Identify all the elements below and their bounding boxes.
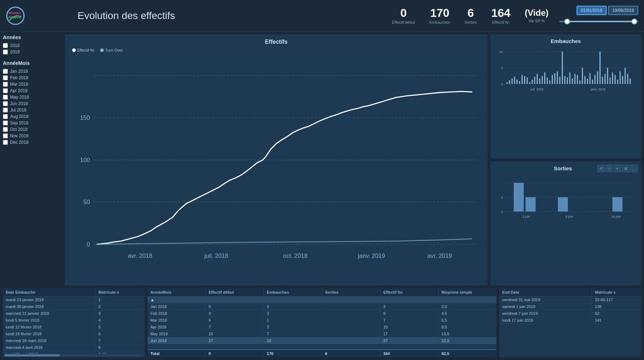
year-2018-checkbox[interactable] [3,43,8,48]
month-oct2018-cb[interactable] [3,127,8,132]
embauches-chart-area: 0 5 10 juil. 2018 janv. 2019 [494,46,638,100]
year-2018-label: 2018 [10,43,20,48]
embauche-table-body[interactable]: mardi 23 janvier 20181 mardi 30 janvier … [3,297,145,354]
date-buttons: 01/01/2018 19/06/2019 [577,6,638,15]
td-emb-0: 3 [264,303,322,310]
svg-rect-35 [532,80,533,84]
month-feb2018[interactable]: Feb 2018 [3,75,62,80]
month-apr2018[interactable]: Apr 2018 [3,88,62,93]
month-jun2018-label: Jun 2018 [10,101,28,106]
table-row: Feb 20183364,5 [148,310,496,317]
tool-list[interactable]: ≡ [614,165,621,172]
stats-area: 0 Effectif début 170 Embauches 6 Sorties… [392,7,549,24]
year-2019-checkbox[interactable] [3,49,8,55]
sorties-chart: Sorties ↺ □ ≡ ⊞ … 0 2 [490,161,641,285]
legend-label-turn-over: Turn Over [105,48,123,52]
month-may2018-cb[interactable] [3,95,8,100]
table-row: lundi 17 juin 2019141 [499,317,641,324]
year-2019-item[interactable]: 2019 [3,49,62,55]
tf-total-moy: 82,5 [439,350,496,357]
svg-rect-43 [552,75,553,84]
months-scrollable[interactable]: Jan 2018 Feb 2018 Mar 2018 Apr 2018 May … [3,69,62,146]
month-jan2018[interactable]: Jan 2018 [3,69,62,74]
sortie-table-body[interactable]: vendredi 31 mai 201932-60-117 samedi 1 j… [499,297,641,357]
month-aug2018[interactable]: Aug 2018 [3,114,62,119]
svg-rect-72 [625,68,626,84]
month-mar2018[interactable]: Mar 2018 [3,82,62,87]
tool-more[interactable]: … [630,165,638,172]
tool-expand[interactable]: □ [606,165,613,172]
month-jul2018[interactable]: Jul 2018 [3,108,62,113]
month-apr2018-cb[interactable] [3,88,8,93]
month-dec2018[interactable]: Dec 2018 [3,140,62,145]
month-oct2018[interactable]: Oct 2018 [3,127,62,132]
table-row: mercredi 4 avril 20188 [3,344,145,351]
td-date-5: lundi 19 février 2018 [3,331,95,337]
svg-text:Mission: Mission [9,11,21,15]
month-jun2018[interactable]: Jun 2018 [3,101,62,106]
month-mar2018-cb[interactable] [3,82,8,87]
chart-legend: Effectif fin Turn Over [69,48,483,52]
month-feb2018-cb[interactable] [3,75,8,80]
month-sep2018[interactable]: Sep 2018 [3,120,62,125]
embauches-chart: Embauches 0 5 10 juil. 2018 janv. 2019 [490,34,641,158]
month-jan2018-cb[interactable] [3,69,8,74]
legend-dot-turn-over [100,48,104,52]
date-slider[interactable] [559,17,638,26]
month-oct2018-label: Oct 2018 [10,127,28,132]
month-jul2018-cb[interactable] [3,108,8,113]
td-effdebt-4: 10 [206,331,264,337]
svg-rect-26 [509,80,510,84]
slider-thumb-right[interactable] [631,19,637,24]
month-dec2018-cb[interactable] [3,140,8,145]
td-date-3: lundi 5 février 2018 [3,317,95,323]
turnover-line [97,239,472,244]
td-empty [381,297,439,303]
month-aug2018-cb[interactable] [3,114,8,119]
month-nov2018[interactable]: Nov 2018 [3,133,62,138]
table-row: lundi 5 février 20184 [3,317,145,324]
date-start-button[interactable]: 01/01/2018 [577,6,607,15]
month-aug2018-label: Aug 2018 [10,114,28,119]
legend-effectif-fin: Effectif fin [72,48,94,52]
month-nov2018-cb[interactable] [3,133,8,138]
legend-label-effectif-fin: Effectif fin [77,48,94,52]
slider-fill [567,21,634,22]
svg-text:janv. 2019: janv. 2019 [358,252,385,259]
slider-thumb-left[interactable] [564,19,570,24]
svg-rect-33 [527,77,528,84]
page-title: Evolution des effectifs [78,10,175,21]
embauche-table-panel: Date Embauche Matricule e mardi 23 janvi… [3,288,145,357]
svg-rect-46 [559,77,560,84]
years-title: Années [3,34,62,40]
date-end-button[interactable]: 19/06/2019 [608,6,638,15]
summary-table-body[interactable]: ▲ Jan 20180332,0 Feb 20183364,5 Mar 2018… [148,297,496,349]
svg-rect-29 [517,80,518,84]
table-row: lundi 19 février 20186 [3,331,145,337]
td-date-4: lundi 12 février 2018 [3,324,95,330]
tool-grid[interactable]: ⊞ [622,165,629,172]
td-effdebt-3: 7 [206,324,264,330]
svg-rect-40 [544,72,545,84]
month-jun2018-cb[interactable] [3,101,8,106]
td-enddate-3: lundi 17 juin 2019 [499,317,592,323]
month-may2018[interactable]: May 2018 [3,95,62,100]
svg-text:10: 10 [499,50,503,54]
svg-rect-65 [607,68,608,84]
svg-rect-52 [574,74,575,84]
td-date-1: mardi 30 janvier 2018 [3,303,95,310]
months-title: AnnéeMois [3,60,62,66]
svg-rect-36 [534,77,535,84]
th-sorties: Sorties [322,288,381,296]
tool-reset[interactable]: ↺ [597,165,605,172]
svg-rect-61 [597,71,598,84]
svg-rect-64 [605,74,606,84]
stat-label-var-eff: Var Eff % [525,19,549,23]
svg-rect-56 [584,76,585,84]
stat-value-var-eff: (Vide) [525,8,549,18]
month-sep2018-cb[interactable] [3,120,8,125]
year-2018-item[interactable]: 2018 [3,43,62,48]
svg-rect-42 [549,80,550,84]
svg-rect-28 [514,77,515,84]
svg-rect-60 [594,75,596,84]
